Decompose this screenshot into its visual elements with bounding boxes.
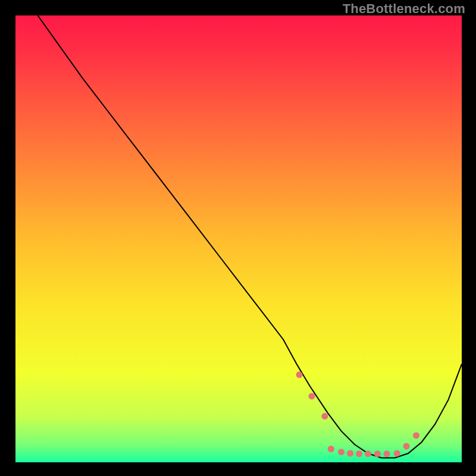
highlight-dot <box>356 450 362 457</box>
chart-canvas <box>15 15 462 462</box>
highlight-dot <box>413 432 419 439</box>
highlight-dot <box>394 450 400 457</box>
gradient-background <box>15 15 462 462</box>
highlight-dot <box>384 450 390 457</box>
plot-area <box>15 15 462 462</box>
highlight-dot <box>321 413 328 419</box>
highlight-dot <box>338 449 345 455</box>
highlight-dot <box>374 450 381 457</box>
chart-frame: TheBottleneck.com <box>0 0 476 476</box>
highlight-dot <box>365 450 371 457</box>
highlight-dot <box>328 446 334 452</box>
watermark-text: TheBottleneck.com <box>343 2 465 15</box>
highlight-dot <box>403 443 410 450</box>
highlight-dot <box>309 393 315 399</box>
highlight-dot <box>347 450 353 457</box>
highlight-dot <box>296 371 303 378</box>
